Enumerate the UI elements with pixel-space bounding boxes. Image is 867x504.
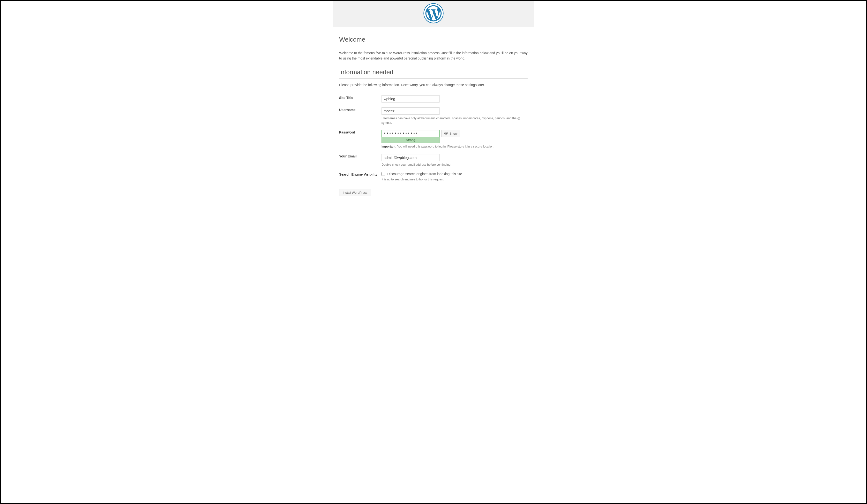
- eye-icon: [444, 131, 448, 136]
- window-frame: Welcome Welcome to the famous five-minut…: [0, 0, 867, 504]
- content-area: Welcome Welcome to the famous five-minut…: [333, 27, 534, 199]
- welcome-heading: Welcome: [339, 36, 528, 46]
- password-strength-badge: Strong: [382, 137, 440, 143]
- search-visibility-desc: It is up to search engines to honor this…: [382, 177, 528, 182]
- welcome-intro: Welcome to the famous five-minute WordPr…: [339, 50, 528, 61]
- password-important: Important: You will need this password t…: [382, 144, 528, 149]
- username-label: Username: [339, 105, 382, 128]
- info-heading: Information needed: [339, 68, 528, 78]
- install-form: Site Title Username Usernames can have o…: [339, 93, 528, 184]
- email-label: Your Email: [339, 151, 382, 170]
- install-container: Welcome Welcome to the famous five-minut…: [333, 1, 534, 201]
- site-title-input[interactable]: [382, 95, 440, 103]
- password-input[interactable]: [382, 130, 440, 137]
- password-important-text: You will need this password to log in. P…: [396, 145, 494, 148]
- password-important-label: Important:: [382, 145, 396, 148]
- submit-row: Install WordPress: [339, 189, 528, 196]
- header-band: [333, 1, 534, 27]
- search-visibility-checkbox[interactable]: [382, 172, 385, 176]
- site-title-label: Site Title: [339, 93, 382, 105]
- show-password-button[interactable]: Show: [441, 130, 460, 137]
- install-wordpress-button[interactable]: Install WordPress: [339, 189, 371, 196]
- email-desc: Double-check your email address before c…: [382, 162, 528, 167]
- password-label: Password: [339, 127, 382, 151]
- email-input[interactable]: [382, 154, 440, 161]
- show-password-label: Show: [449, 132, 458, 136]
- search-visibility-checkbox-label: Discourage search engines from indexing …: [387, 172, 462, 176]
- svg-point-2: [446, 133, 447, 134]
- wordpress-logo-icon: [423, 3, 444, 23]
- username-desc: Usernames can have only alphanumeric cha…: [382, 116, 528, 125]
- search-visibility-label: Search Engine Visibility: [339, 170, 382, 184]
- info-subtext: Please provide the following information…: [339, 83, 528, 87]
- username-input[interactable]: [382, 107, 440, 115]
- search-visibility-row[interactable]: Discourage search engines from indexing …: [382, 172, 528, 176]
